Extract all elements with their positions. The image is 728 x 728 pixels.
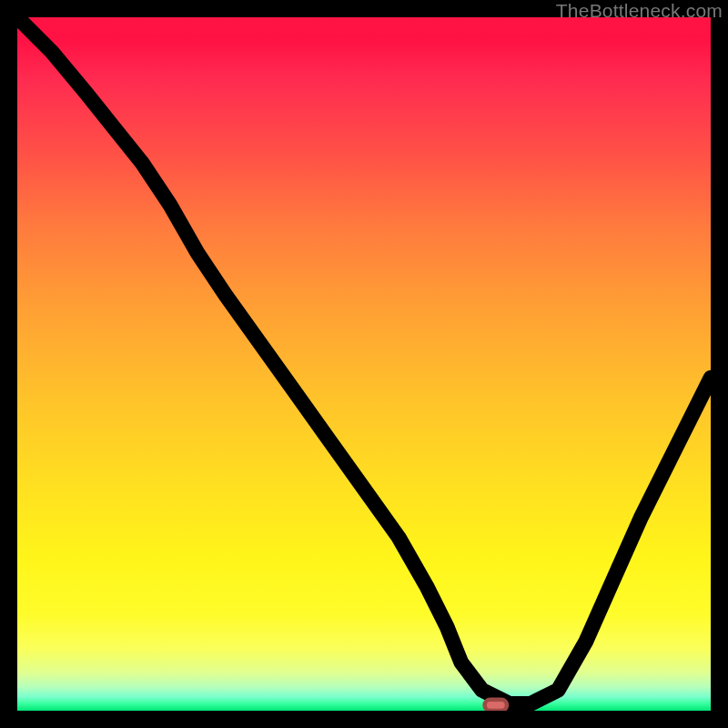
watermark-text: TheBottleneck.com <box>556 0 723 22</box>
chart-svg <box>17 17 711 711</box>
chart-stage: TheBottleneck.com <box>0 0 728 728</box>
plot-area <box>17 17 711 711</box>
curve-marker <box>485 700 507 711</box>
bottleneck-curve <box>17 17 711 703</box>
